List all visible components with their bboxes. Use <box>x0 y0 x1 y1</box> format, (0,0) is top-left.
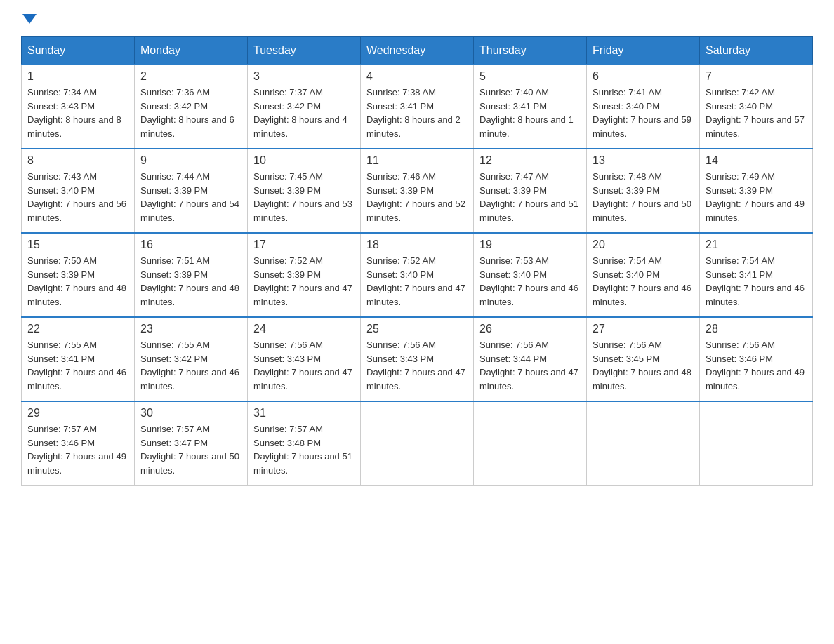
header-sunday: Sunday <box>22 37 135 65</box>
day-number: 5 <box>479 70 581 83</box>
sunset-label: Sunset: 3:39 PM <box>593 185 660 196</box>
daylight-label: Daylight: 7 hours and 49 minutes. <box>706 367 805 391</box>
day-info: Sunrise: 7:51 AM Sunset: 3:39 PM Dayligh… <box>140 254 241 309</box>
daylight-label: Daylight: 7 hours and 50 minutes. <box>140 451 239 476</box>
sunrise-label: Sunrise: 7:56 AM <box>366 340 436 350</box>
sunrise-label: Sunrise: 7:41 AM <box>593 87 662 98</box>
calendar-day-cell: 20 Sunrise: 7:54 AM Sunset: 3:40 PM Dayl… <box>587 233 700 317</box>
calendar-day-cell: 26 Sunrise: 7:56 AM Sunset: 3:44 PM Dayl… <box>474 317 587 401</box>
sunset-label: Sunset: 3:41 PM <box>27 354 95 364</box>
day-info: Sunrise: 7:49 AM Sunset: 3:39 PM Dayligh… <box>706 170 807 224</box>
sunrise-label: Sunrise: 7:37 AM <box>253 87 323 98</box>
day-info: Sunrise: 7:54 AM Sunset: 3:40 PM Dayligh… <box>593 254 694 309</box>
day-info: Sunrise: 7:38 AM Sunset: 3:41 PM Dayligh… <box>366 86 468 140</box>
day-number: 1 <box>27 70 128 83</box>
sunrise-label: Sunrise: 7:50 AM <box>27 255 97 266</box>
calendar-day-cell <box>700 401 813 485</box>
sunset-label: Sunset: 3:46 PM <box>706 354 773 364</box>
calendar-day-cell: 6 Sunrise: 7:41 AM Sunset: 3:40 PM Dayli… <box>587 65 700 149</box>
calendar-day-cell <box>587 401 700 485</box>
sunset-label: Sunset: 3:41 PM <box>366 101 434 112</box>
sunset-label: Sunset: 3:39 PM <box>140 269 208 280</box>
calendar-week-row: 8 Sunrise: 7:43 AM Sunset: 3:40 PM Dayli… <box>22 149 813 233</box>
day-number: 19 <box>479 239 581 251</box>
daylight-label: Daylight: 7 hours and 46 minutes. <box>479 283 578 307</box>
sunset-label: Sunset: 3:40 PM <box>27 185 95 196</box>
daylight-label: Daylight: 7 hours and 48 minutes. <box>27 283 126 307</box>
sunrise-label: Sunrise: 7:45 AM <box>253 171 323 182</box>
sunset-label: Sunset: 3:40 PM <box>366 269 434 280</box>
day-number: 6 <box>593 70 694 83</box>
calendar-day-cell: 11 Sunrise: 7:46 AM Sunset: 3:39 PM Dayl… <box>361 149 474 233</box>
calendar-day-cell: 27 Sunrise: 7:56 AM Sunset: 3:45 PM Dayl… <box>587 317 700 401</box>
day-info: Sunrise: 7:53 AM Sunset: 3:40 PM Dayligh… <box>479 254 581 309</box>
calendar-day-cell: 31 Sunrise: 7:57 AM Sunset: 3:48 PM Dayl… <box>248 401 361 485</box>
day-number: 30 <box>140 407 241 420</box>
day-info: Sunrise: 7:56 AM Sunset: 3:46 PM Dayligh… <box>706 338 807 393</box>
calendar-header-row: SundayMondayTuesdayWednesdayThursdayFrid… <box>22 37 813 65</box>
day-number: 14 <box>706 154 807 167</box>
sunrise-label: Sunrise: 7:56 AM <box>253 340 323 350</box>
sunset-label: Sunset: 3:46 PM <box>27 438 95 448</box>
sunrise-label: Sunrise: 7:44 AM <box>140 171 210 182</box>
logo-arrow-icon <box>22 14 37 24</box>
day-number: 21 <box>706 239 807 251</box>
day-info: Sunrise: 7:57 AM Sunset: 3:48 PM Dayligh… <box>253 422 355 477</box>
daylight-label: Daylight: 7 hours and 46 minutes. <box>27 367 126 391</box>
day-number: 23 <box>140 323 241 335</box>
daylight-label: Daylight: 7 hours and 57 minutes. <box>706 114 805 139</box>
day-number: 12 <box>479 154 581 167</box>
header-thursday: Thursday <box>474 37 587 65</box>
sunrise-label: Sunrise: 7:52 AM <box>366 255 436 266</box>
day-info: Sunrise: 7:43 AM Sunset: 3:40 PM Dayligh… <box>27 170 128 224</box>
calendar-week-row: 15 Sunrise: 7:50 AM Sunset: 3:39 PM Dayl… <box>22 233 813 317</box>
daylight-label: Daylight: 8 hours and 6 minutes. <box>140 114 234 139</box>
calendar-week-row: 29 Sunrise: 7:57 AM Sunset: 3:46 PM Dayl… <box>22 401 813 485</box>
calendar-day-cell: 4 Sunrise: 7:38 AM Sunset: 3:41 PM Dayli… <box>361 65 474 149</box>
calendar-day-cell: 15 Sunrise: 7:50 AM Sunset: 3:39 PM Dayl… <box>22 233 135 317</box>
sunrise-label: Sunrise: 7:46 AM <box>366 171 436 182</box>
calendar-day-cell: 30 Sunrise: 7:57 AM Sunset: 3:47 PM Dayl… <box>135 401 248 485</box>
daylight-label: Daylight: 7 hours and 46 minutes. <box>140 367 239 391</box>
daylight-label: Daylight: 7 hours and 47 minutes. <box>479 367 578 391</box>
sunrise-label: Sunrise: 7:52 AM <box>253 255 323 266</box>
calendar-day-cell: 3 Sunrise: 7:37 AM Sunset: 3:42 PM Dayli… <box>248 65 361 149</box>
day-info: Sunrise: 7:34 AM Sunset: 3:43 PM Dayligh… <box>27 86 128 140</box>
day-number: 4 <box>366 70 468 83</box>
day-info: Sunrise: 7:47 AM Sunset: 3:39 PM Dayligh… <box>479 170 581 224</box>
sunset-label: Sunset: 3:47 PM <box>140 438 208 448</box>
daylight-label: Daylight: 7 hours and 54 minutes. <box>140 199 239 223</box>
day-info: Sunrise: 7:37 AM Sunset: 3:42 PM Dayligh… <box>253 86 355 140</box>
sunrise-label: Sunrise: 7:54 AM <box>593 255 662 266</box>
daylight-label: Daylight: 8 hours and 1 minute. <box>479 114 574 139</box>
daylight-label: Daylight: 7 hours and 52 minutes. <box>366 199 465 223</box>
header-tuesday: Tuesday <box>248 37 361 65</box>
day-info: Sunrise: 7:56 AM Sunset: 3:43 PM Dayligh… <box>253 338 355 393</box>
day-info: Sunrise: 7:57 AM Sunset: 3:46 PM Dayligh… <box>27 422 128 477</box>
day-info: Sunrise: 7:46 AM Sunset: 3:39 PM Dayligh… <box>366 170 468 224</box>
calendar-day-cell: 1 Sunrise: 7:34 AM Sunset: 3:43 PM Dayli… <box>22 65 135 149</box>
day-number: 20 <box>593 239 694 251</box>
daylight-label: Daylight: 7 hours and 47 minutes. <box>366 367 465 391</box>
sunset-label: Sunset: 3:40 PM <box>706 101 773 112</box>
header-friday: Friday <box>587 37 700 65</box>
sunset-label: Sunset: 3:40 PM <box>593 269 660 280</box>
day-info: Sunrise: 7:56 AM Sunset: 3:45 PM Dayligh… <box>593 338 694 393</box>
daylight-label: Daylight: 7 hours and 49 minutes. <box>706 199 805 223</box>
sunset-label: Sunset: 3:43 PM <box>27 101 95 112</box>
calendar-day-cell: 17 Sunrise: 7:52 AM Sunset: 3:39 PM Dayl… <box>248 233 361 317</box>
sunrise-label: Sunrise: 7:36 AM <box>140 87 210 98</box>
calendar-day-cell: 5 Sunrise: 7:40 AM Sunset: 3:41 PM Dayli… <box>474 65 587 149</box>
calendar-table: SundayMondayTuesdayWednesdayThursdayFrid… <box>21 36 813 486</box>
calendar-day-cell: 8 Sunrise: 7:43 AM Sunset: 3:40 PM Dayli… <box>22 149 135 233</box>
page-header <box>21 14 813 24</box>
sunset-label: Sunset: 3:44 PM <box>479 354 547 364</box>
calendar-day-cell <box>361 401 474 485</box>
header-saturday: Saturday <box>700 37 813 65</box>
calendar-day-cell: 13 Sunrise: 7:48 AM Sunset: 3:39 PM Dayl… <box>587 149 700 233</box>
calendar-day-cell: 24 Sunrise: 7:56 AM Sunset: 3:43 PM Dayl… <box>248 317 361 401</box>
day-number: 8 <box>27 154 128 167</box>
sunrise-label: Sunrise: 7:56 AM <box>593 340 662 350</box>
day-number: 18 <box>366 239 468 251</box>
day-number: 24 <box>253 323 355 335</box>
